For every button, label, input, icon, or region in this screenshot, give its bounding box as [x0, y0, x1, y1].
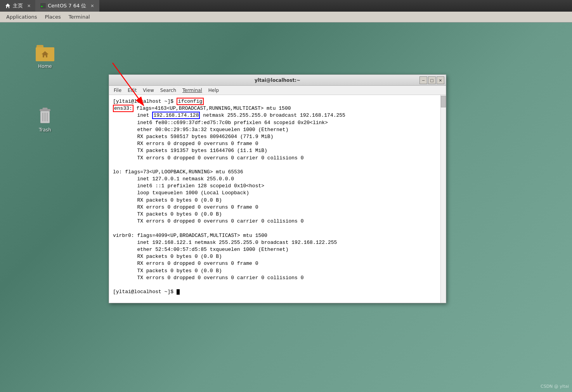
terminal-taskbar-icon: ► — [40, 3, 46, 9]
terminal-prompt-final: [yltai@localhost ~]$ — [113, 288, 437, 295]
ens33-flags: flags=4163<UP,BROADCAST,RUNNING,MULTICAS… — [133, 105, 291, 111]
terminal-menu-view[interactable]: View — [140, 87, 157, 94]
terminal-blank-3 — [113, 281, 437, 288]
terminal-line-13: loop txqueuelen 1000 (Local Loopback) — [113, 190, 437, 197]
terminal-menu[interactable]: Terminal — [66, 13, 93, 21]
terminal-line-16: TX packets 0 bytes 0 (0.0 B) — [113, 211, 437, 218]
terminal-line-7: RX errors 0 dropped 0 overruns 0 frame 0 — [113, 140, 437, 147]
terminal-line-4: inet6 fe80::c699:37df:ed75:7c0b prefixle… — [113, 119, 437, 126]
terminal-close-btn[interactable]: ✕ — [437, 76, 444, 84]
taskbar: 主页 ✕ ► CentOS 7 64 位 ✕ — [0, 0, 572, 12]
home-icon-label: Home — [38, 64, 52, 69]
terminal-line-3: inet 192.168.174.128 netmask 255.255.255… — [113, 112, 437, 119]
taskbar-centos-label: CentOS 7 64 位 — [48, 2, 86, 9]
menu-bar: Applications Places Terminal — [0, 12, 572, 22]
inet-prefix: inet — [113, 112, 152, 118]
house-svg — [41, 50, 49, 58]
taskbar-home-close[interactable]: ✕ — [27, 3, 31, 9]
terminal-menu-terminal[interactable]: Terminal — [179, 87, 205, 94]
places-label: Places — [45, 14, 61, 20]
terminal-menubar: File Edit View Search Terminal Help — [109, 86, 446, 95]
terminal-line-23: TX packets 0 bytes 0 (0.0 B) — [113, 268, 437, 275]
desktop-icon-trash[interactable]: Trash — [29, 105, 61, 134]
terminal-blank-1 — [113, 162, 437, 169]
terminal-menu-search[interactable]: Search — [157, 87, 179, 94]
desktop: Home Trash yltai@localhost:~ — [0, 24, 572, 392]
terminal-line-9: TX errors 0 dropped 0 overruns 0 carrier… — [113, 155, 437, 162]
terminal-line-10: lo: flags=73<UP,LOOPBACK,RUNNING> mtu 65… — [113, 169, 437, 176]
taskbar-centos-tab[interactable]: ► CentOS 7 64 位 ✕ — [36, 0, 99, 12]
netmask-info: netmask 255.255.255.0 broadcast 192.168.… — [200, 112, 345, 118]
trash-icon-label: Trash — [39, 127, 51, 133]
terminal-line-22: RX errors 0 dropped 0 overruns 0 frame 0 — [113, 260, 437, 267]
terminal-line-20: ether 52:54:00:57:d5:85 txqueuelen 1000 … — [113, 246, 437, 253]
terminal-titlebar: yltai@localhost:~ ─ □ ✕ — [109, 75, 446, 86]
terminal-body[interactable]: [yltai@localhost ~]$ ifconfig ens33: fla… — [109, 95, 440, 303]
terminal-menu-label: Terminal — [69, 14, 90, 20]
watermark: CSDN @ yltai — [541, 384, 569, 389]
terminal-line-12: inet6 ::1 prefixlen 128 scopeid 0x10<hos… — [113, 183, 437, 190]
terminal-line-2: ens33: flags=4163<UP,BROADCAST,RUNNING,M… — [113, 105, 437, 112]
taskbar-centos-close[interactable]: ✕ — [90, 3, 94, 9]
desktop-icon-home[interactable]: Home — [29, 43, 61, 71]
svg-rect-3 — [43, 108, 48, 110]
terminal-line-5: ether 00:0c:29:95:3a:32 txqueuelen 1000 … — [113, 126, 437, 133]
terminal-line-8: TX packets 191357 bytes 11644706 (11.1 M… — [113, 147, 437, 154]
terminal-menu-help[interactable]: Help — [205, 87, 222, 94]
terminal-window: yltai@localhost:~ ─ □ ✕ File Edit View S… — [109, 74, 446, 303]
terminal-scrollbar[interactable] — [440, 95, 446, 303]
terminal-line-19: inet 192.168.122.1 netmask 255.255.255.0… — [113, 239, 437, 246]
prompt-1: [yltai@localhost ~]$ — [113, 98, 177, 104]
terminal-line-6: RX packets 598517 bytes 809462604 (771.9… — [113, 133, 437, 140]
home-taskbar-icon — [5, 3, 11, 9]
ip-highlight: 192.168.174.128 — [152, 112, 200, 119]
ens33-highlight: ens33: — [113, 105, 133, 112]
terminal-line-17: TX errors 0 dropped 0 overruns 0 carrier… — [113, 218, 437, 225]
terminal-line-14: RX packets 0 bytes 0 (0.0 B) — [113, 197, 437, 204]
taskbar-home-tab[interactable]: 主页 ✕ — [0, 0, 36, 12]
svg-text:►: ► — [41, 4, 43, 8]
taskbar-home-label: 主页 — [13, 2, 23, 9]
terminal-line-11: inet 127.0.0.1 netmask 255.0.0.0 — [113, 176, 437, 183]
terminal-line-1: [yltai@localhost ~]$ ifconfig — [113, 98, 437, 105]
ifconfig-highlight: ifconfig — [177, 98, 204, 105]
terminal-line-24: TX errors 0 dropped 0 overruns 0 carrier… — [113, 275, 437, 281]
terminal-window-buttons: ─ □ ✕ — [419, 76, 444, 84]
final-prompt: [yltai@localhost ~]$ — [113, 289, 177, 295]
terminal-line-15: RX errors 0 dropped 0 overruns 0 frame 0 — [113, 204, 437, 211]
scrollbar-thumb[interactable] — [441, 96, 446, 107]
terminal-title: yltai@localhost:~ — [255, 78, 300, 83]
places-menu[interactable]: Places — [42, 13, 64, 21]
terminal-content-area: [yltai@localhost ~]$ ifconfig ens33: fla… — [109, 95, 446, 303]
terminal-maximize-btn[interactable]: □ — [428, 76, 436, 84]
applications-label: Applications — [6, 14, 37, 20]
terminal-menu-file[interactable]: File — [111, 87, 125, 94]
terminal-line-21: RX packets 0 bytes 0 (0.0 B) — [113, 253, 437, 260]
folder-icon — [36, 45, 54, 62]
trash-icon-svg — [36, 107, 54, 126]
applications-menu[interactable]: Applications — [3, 13, 40, 21]
terminal-menu-edit[interactable]: Edit — [125, 87, 140, 94]
terminal-minimize-btn[interactable]: ─ — [419, 76, 427, 84]
terminal-blank-2 — [113, 225, 437, 232]
terminal-line-18: virbr0: flags=4099<UP,BROADCAST,MULTICAS… — [113, 232, 437, 239]
terminal-cursor — [177, 289, 180, 295]
